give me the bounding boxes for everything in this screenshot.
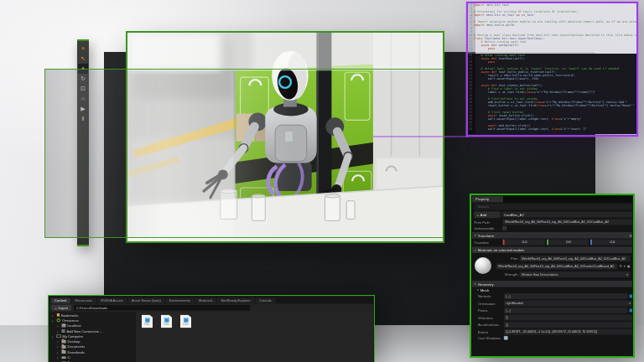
- usd-badge: USD: [144, 323, 149, 325]
- rotate-tool-icon[interactable]: ↻: [78, 74, 88, 84]
- content-grid: USDUSDUSD: [137, 312, 373, 362]
- geometry-row-label: Accelerations: [478, 323, 502, 327]
- import-label: Import: [58, 306, 68, 310]
- tab-property[interactable]: Property: [472, 196, 503, 203]
- scale-tool-icon[interactable]: ⊡: [78, 84, 88, 94]
- tab-materials[interactable]: Materials: [195, 298, 216, 304]
- usd-cube-icon: [184, 318, 189, 323]
- expand-icon[interactable]: ▸: [52, 313, 55, 317]
- usd-file-item[interactable]: USD: [179, 315, 192, 328]
- material-path-field[interactable]: /World/Rack3_org_A0_00/Rack3_org_A0_04/C…: [496, 263, 618, 269]
- geometry-row-field[interactable]: []: [504, 314, 632, 320]
- translate-x-field[interactable]: 0.0: [503, 239, 545, 245]
- strength-dropdown[interactable]: Weaker than Descendants ▾: [520, 272, 631, 277]
- drive-icon: [62, 356, 66, 359]
- gear-icon[interactable]: ⚙: [629, 233, 632, 237]
- omni-cursor-icon[interactable]: ×: [78, 44, 88, 54]
- server-icon: [62, 324, 66, 328]
- animation-chip-icon: [630, 294, 633, 297]
- instanceable-label: Instanceable: [475, 226, 501, 230]
- geometry-row-label: Points: [478, 308, 502, 313]
- tab-simready-explorer[interactable]: SimReady Explorer: [217, 298, 254, 304]
- translate-vector: 0.0 0.0 0.0: [503, 239, 633, 245]
- expand-icon[interactable]: ▸: [57, 324, 60, 328]
- tab-console[interactable]: Console: [255, 298, 275, 304]
- move-tool-icon[interactable]: +: [78, 64, 88, 74]
- code-editor-bottom: 16 # After running each test17 async def…: [468, 54, 636, 134]
- geometry-row-field[interactable]: rightHanded▾: [504, 300, 632, 306]
- chevron-down-icon: ▾: [626, 272, 628, 277]
- property-search-input[interactable]: Search: [475, 204, 633, 210]
- tab-nvidia-assets[interactable]: NVIDIA Assets: [97, 298, 127, 304]
- chevron-down-icon: ▾: [629, 300, 631, 306]
- tab-content[interactable]: Content: [51, 298, 70, 304]
- content-tree: ▸Bookmarks▸Omniverse▸localhost▸Add New C…: [49, 312, 137, 362]
- section-transform[interactable]: ▾ Transform ⚙: [472, 232, 632, 239]
- geometry-row-field[interactable]: [...]: [504, 308, 628, 313]
- tab-environments[interactable]: Environments: [165, 298, 194, 304]
- expand-icon[interactable]: ▸: [57, 340, 60, 344]
- geometry-row-label: Orientation: [478, 301, 502, 305]
- isaac-sim-composite: ×↖+↻⊡∩▶‖: [0, 0, 644, 362]
- expand-icon[interactable]: ▸: [52, 319, 55, 323]
- animation-chip-icon: [630, 308, 633, 312]
- expand-icon[interactable]: ▸: [57, 356, 60, 359]
- expand-icon[interactable]: ▸: [57, 329, 60, 333]
- usd-badge: USD: [164, 323, 169, 325]
- folder-icon: [62, 340, 66, 344]
- prim-path-label: Prim Path: [475, 220, 501, 224]
- code-lines-bottom: 16 # After running each test17 async def…: [468, 54, 636, 134]
- tree-item-label: Desktop: [68, 339, 80, 344]
- transform-title: Transform: [478, 233, 494, 237]
- line-number: 38: [468, 127, 474, 131]
- strength-label: Strength: [496, 272, 518, 277]
- pause-button-icon[interactable]: ‖: [78, 114, 88, 124]
- translate-y-value: 0.0: [548, 240, 589, 245]
- viewport[interactable]: [126, 31, 444, 243]
- section-materials[interactable]: ▾ Materials on selected models: [472, 247, 632, 254]
- material-prim-field[interactable]: /World/Rack3_org_A0_00/Rack3_org_A0_04/C…: [520, 256, 631, 261]
- material-dropdown-icon[interactable]: ▾: [624, 265, 626, 269]
- chevron-down-icon: ▾: [477, 288, 479, 292]
- geometry-row-field[interactable]: [(-0.39197, -25.44613, -1.1e-14), (38.59…: [504, 328, 632, 334]
- material-gear-icon[interactable]: ⚙: [619, 265, 622, 269]
- plus-icon: +: [55, 306, 57, 310]
- expand-icon[interactable]: ▸: [52, 335, 55, 339]
- prim-path-field[interactable]: /World/Rack3_org_A0_00/Rack3_org_A0_04/C…: [503, 219, 633, 225]
- cast-shadows-checkbox[interactable]: [504, 336, 508, 340]
- folder-icon: [62, 345, 66, 349]
- code-editor-panel[interactable]: 1import omni.kit.test2 3# Extensions for…: [466, 2, 638, 137]
- instanceable-checkbox[interactable]: [503, 226, 507, 230]
- plug-icon: [62, 329, 65, 333]
- select-tool-icon[interactable]: ↖: [78, 54, 88, 64]
- translate-x-value: 0.0: [505, 240, 545, 245]
- file-page-icon: USD: [142, 315, 153, 328]
- geometry-row-field[interactable]: []: [504, 322, 632, 328]
- usd-badge: USD: [183, 323, 188, 325]
- strength-value: Weaker than Descendants: [522, 272, 558, 277]
- computer-icon: [57, 335, 61, 339]
- expand-icon[interactable]: ▸: [57, 350, 60, 354]
- usd-file-item[interactable]: USD: [141, 315, 153, 328]
- translate-y-field[interactable]: 0.0: [547, 239, 589, 245]
- section-geometry[interactable]: ▾ Geometry: [472, 281, 632, 287]
- geometry-row: Normals[...]: [472, 292, 632, 300]
- material-browse-icon[interactable]: ▣: [627, 265, 631, 269]
- geometry-row: Points[...]: [472, 307, 632, 314]
- snap-tool-icon[interactable]: ∩: [78, 94, 88, 104]
- tab-showcases[interactable]: Showcases: [71, 298, 96, 304]
- geometry-row: OrientationrightHanded▾: [472, 300, 632, 308]
- geometry-row-field[interactable]: [...]: [504, 293, 628, 299]
- geometry-row: Accelerations[]: [472, 321, 632, 328]
- path-field[interactable]: C:/Users/Downloads: [74, 305, 250, 311]
- usd-file-item[interactable]: USD: [160, 315, 173, 328]
- tree-item-label: Documents: [68, 345, 86, 349]
- import-button[interactable]: +Import: [52, 305, 72, 311]
- prim-name-field[interactable]: CardBox_A2: [502, 212, 633, 218]
- materials-title: Materials on selected models: [478, 248, 525, 252]
- tab-asset-stores-beta-[interactable]: Asset Stores (beta): [127, 298, 164, 304]
- expand-icon[interactable]: ▸: [57, 345, 60, 349]
- translate-z-field[interactable]: 0.0: [590, 239, 632, 245]
- play-button-icon[interactable]: ▶: [78, 104, 88, 114]
- add-property-button[interactable]: +Add: [475, 211, 501, 218]
